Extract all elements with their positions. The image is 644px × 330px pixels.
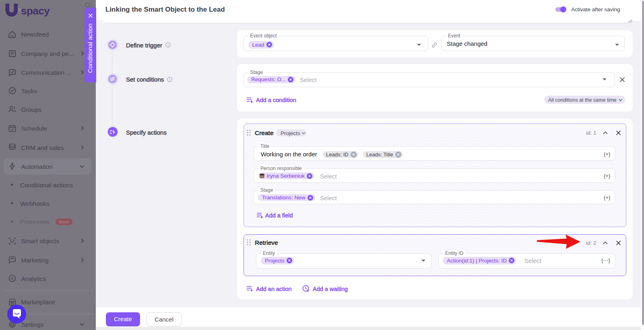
svg-text:spacy: spacy xyxy=(21,5,50,17)
